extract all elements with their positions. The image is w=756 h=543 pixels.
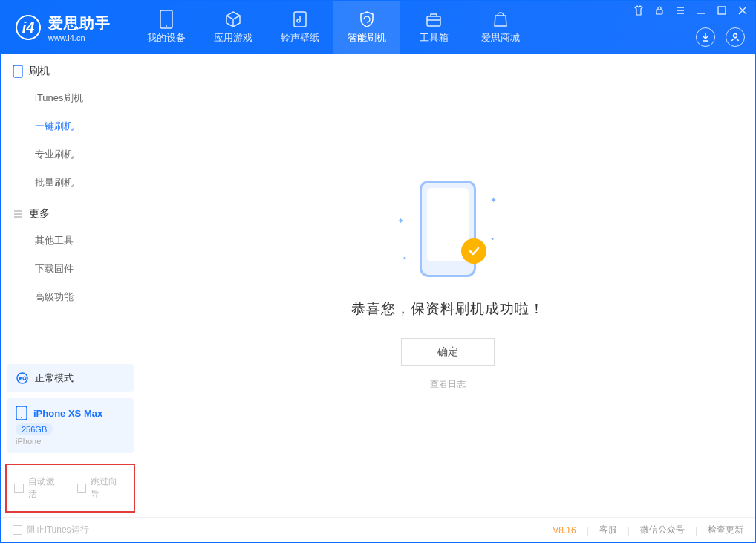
success-illustration: ✦ ✦ • • (403, 181, 492, 284)
tab-my-device[interactable]: 我的设备 (133, 1, 200, 54)
app-title: 爱思助手 (48, 13, 111, 33)
logo-area: i4 爱思助手 www.i4.cn (1, 13, 126, 42)
checkbox-block-itunes[interactable]: 阻止iTunes运行 (13, 524, 89, 536)
music-file-icon (291, 10, 309, 28)
logo-text: 爱思助手 www.i4.cn (48, 13, 111, 42)
sidebar-section-more: 更多 (1, 197, 140, 227)
version-label: V8.16 (553, 525, 576, 536)
tab-store[interactable]: 爱思商城 (467, 1, 534, 54)
checkbox-auto-activate[interactable]: 自动激活 (14, 475, 64, 501)
mode-icon (16, 371, 29, 385)
section-title: 更多 (29, 207, 50, 221)
tshirt-icon[interactable] (633, 5, 644, 16)
tab-label: 铃声壁纸 (281, 31, 319, 45)
svg-point-10 (23, 377, 26, 380)
shield-refresh-icon (358, 10, 376, 28)
tab-label: 智能刷机 (348, 31, 386, 45)
maximize-icon[interactable] (717, 5, 727, 16)
menu-icon[interactable] (675, 5, 685, 16)
check-badge-icon (461, 238, 486, 264)
svg-point-9 (19, 377, 22, 380)
checkbox-icon (14, 484, 24, 493)
sparkle-icon: ✦ (397, 216, 404, 226)
success-message: 恭喜您，保资料刷机成功啦！ (351, 299, 544, 319)
statusbar: 阻止iTunes运行 V8.16 | 客服 | 微信公众号 | 检查更新 (1, 517, 755, 542)
view-log-link[interactable]: 查看日志 (430, 378, 466, 391)
device-name: iPhone XS Max (33, 408, 102, 419)
body: 刷机 iTunes刷机 一键刷机 专业刷机 批量刷机 更多 其他工具 下载固件 … (1, 54, 755, 517)
svg-rect-4 (656, 10, 662, 14)
mode-card[interactable]: 正常模式 (7, 364, 134, 392)
section-title: 刷机 (29, 65, 50, 78)
phone-small-icon (13, 65, 23, 78)
sidebar: 刷机 iTunes刷机 一键刷机 专业刷机 批量刷机 更多 其他工具 下载固件 … (1, 54, 140, 517)
device-type: iPhone (16, 437, 125, 446)
device-icon (157, 10, 175, 28)
download-icon[interactable] (696, 27, 715, 47)
phone-illustration (420, 181, 476, 277)
svg-point-1 (166, 25, 167, 27)
close-icon[interactable] (737, 5, 748, 16)
user-icon[interactable] (726, 27, 745, 47)
tab-label: 我的设备 (147, 31, 186, 45)
device-card[interactable]: iPhone XS Max 256GB iPhone (7, 398, 134, 453)
mode-label: 正常模式 (35, 371, 74, 385)
svg-rect-5 (718, 7, 726, 14)
bag-icon (492, 10, 509, 28)
sidebar-item-onekey-flash[interactable]: 一键刷机 (1, 112, 140, 140)
link-wechat[interactable]: 微信公众号 (640, 524, 685, 536)
tab-apps-games[interactable]: 应用游戏 (200, 1, 267, 54)
svg-point-12 (21, 417, 22, 418)
sparkle-icon: • (403, 253, 406, 262)
cube-icon (224, 10, 242, 28)
svg-rect-3 (427, 16, 440, 26)
statusbar-right: V8.16 | 客服 | 微信公众号 | 检查更新 (553, 524, 743, 536)
link-support[interactable]: 客服 (599, 524, 617, 536)
checkbox-label: 阻止iTunes运行 (27, 524, 89, 536)
lock-icon[interactable] (654, 5, 665, 16)
options-highlight-box: 自动激活 跳过向导 (5, 464, 135, 513)
sparkle-icon: • (491, 234, 494, 243)
device-capacity-badge: 256GB (16, 423, 53, 435)
sidebar-item-other-tools[interactable]: 其他工具 (1, 227, 140, 255)
tab-flash[interactable]: 智能刷机 (333, 1, 400, 54)
nav-tabs: 我的设备 应用游戏 铃声壁纸 智能刷机 工具箱 爱思商城 (133, 1, 534, 54)
titlebar: i4 爱思助手 www.i4.cn 我的设备 应用游戏 铃声壁纸 智能刷机 (1, 1, 755, 54)
checkbox-label: 自动激活 (28, 475, 64, 501)
tab-label: 爱思商城 (481, 31, 520, 45)
titlebar-actions (696, 27, 745, 47)
app-subtitle: www.i4.cn (48, 33, 111, 42)
link-check-update[interactable]: 检查更新 (708, 524, 743, 536)
checkbox-skip-guide[interactable]: 跳过向导 (77, 475, 127, 501)
sidebar-item-download-firmware[interactable]: 下载固件 (1, 255, 140, 283)
checkbox-icon (77, 484, 87, 493)
toolbox-icon (425, 10, 443, 28)
tab-ringtone-wallpaper[interactable]: 铃声壁纸 (267, 1, 333, 54)
sidebar-item-batch-flash[interactable]: 批量刷机 (1, 169, 140, 197)
app-window: i4 爱思助手 www.i4.cn 我的设备 应用游戏 铃声壁纸 智能刷机 (0, 0, 756, 543)
svg-point-6 (734, 34, 737, 38)
app-logo-icon: i4 (16, 15, 41, 40)
sidebar-item-pro-flash[interactable]: 专业刷机 (1, 140, 140, 169)
sparkle-icon: ✦ (490, 195, 497, 205)
sidebar-item-advanced[interactable]: 高级功能 (1, 283, 140, 311)
minimize-icon[interactable] (696, 5, 706, 16)
tab-toolbox[interactable]: 工具箱 (400, 1, 467, 54)
list-icon (13, 209, 23, 219)
tab-label: 工具箱 (420, 31, 449, 45)
checkbox-icon (13, 525, 22, 535)
checkbox-label: 跳过向导 (91, 475, 126, 501)
sidebar-item-itunes-flash[interactable]: iTunes刷机 (1, 84, 140, 112)
window-controls (633, 5, 748, 16)
sidebar-section-flash: 刷机 (1, 54, 140, 84)
tab-label: 应用游戏 (214, 31, 252, 45)
device-phone-icon (16, 406, 27, 420)
main-content: ✦ ✦ • • 恭喜您，保资料刷机成功啦！ 确定 查看日志 (140, 54, 755, 517)
svg-rect-7 (13, 65, 22, 77)
ok-button[interactable]: 确定 (401, 338, 495, 366)
